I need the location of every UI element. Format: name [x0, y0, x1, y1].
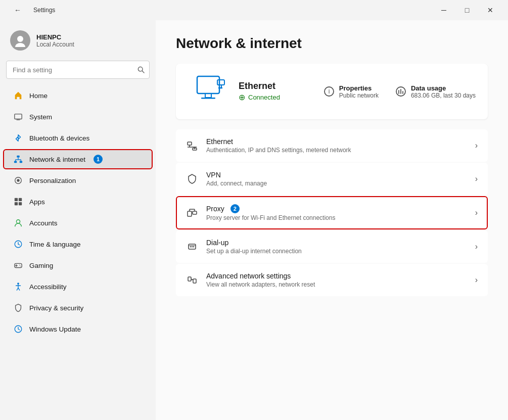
- nav-item-system[interactable]: System: [3, 107, 153, 127]
- nav-label-accessibility: Accessibility: [29, 283, 67, 291]
- svg-rect-53: [193, 211, 197, 214]
- settings-advanced-desc: View all network adapters, network reset: [206, 281, 467, 288]
- svg-rect-17: [15, 202, 18, 205]
- settings-item-dialup[interactable]: Dial-up Set up a dial-up internet connec…: [176, 230, 488, 263]
- properties-item[interactable]: i Properties Public network: [323, 84, 379, 99]
- nav-label-home: Home: [29, 92, 48, 100]
- svg-point-1: [15, 43, 25, 47]
- privacy-icon: [13, 303, 23, 313]
- svg-rect-15: [15, 198, 18, 201]
- settings-vpn-chevron: ›: [475, 174, 478, 183]
- svg-rect-16: [19, 198, 22, 201]
- svg-line-32: [18, 288, 20, 291]
- settings-proxy-chevron: ›: [475, 208, 478, 217]
- network-icon: [13, 154, 23, 164]
- user-name: HIENPC: [36, 33, 74, 41]
- data-usage-sub: 683.06 GB, last 30 days: [411, 92, 476, 99]
- svg-text:i: i: [329, 88, 330, 95]
- svg-rect-49: [188, 211, 192, 216]
- close-button[interactable]: ✕: [479, 2, 502, 18]
- svg-rect-36: [201, 98, 215, 99]
- settings-dialup-chevron: ›: [475, 242, 478, 251]
- svg-line-22: [18, 244, 20, 245]
- nav-item-accounts[interactable]: Accounts: [3, 213, 153, 233]
- settings-item-proxy[interactable]: Proxy 2 Proxy server for Wi-Fi and Ether…: [176, 196, 488, 229]
- nav-label-network: Network & internet: [29, 156, 85, 163]
- nav-label-personalization: Personalization: [29, 177, 76, 184]
- user-info: HIENPC Local Account: [36, 33, 74, 48]
- apps-icon: [13, 197, 23, 207]
- svg-rect-4: [15, 114, 22, 119]
- svg-rect-60: [193, 279, 196, 283]
- back-button[interactable]: ←: [6, 2, 29, 18]
- settings-advanced-title: Advanced network settings: [206, 272, 467, 280]
- ethernet-name: Ethernet: [239, 81, 313, 91]
- settings-ethernet-chevron: ›: [475, 141, 478, 150]
- nav-label-system: System: [29, 113, 52, 121]
- nav-item-accessibility[interactable]: Accessibility: [3, 276, 153, 297]
- properties-icon: i: [323, 85, 335, 98]
- settings-advanced-chevron: ›: [475, 275, 478, 285]
- window-controls: ─ □ ✕: [432, 2, 502, 18]
- title-bar-left: ← Settings: [6, 2, 55, 18]
- proxy-badge: 2: [230, 204, 240, 213]
- svg-point-26: [19, 265, 20, 265]
- settings-dialup-desc: Set up a dial-up internet connection: [206, 248, 467, 255]
- nav-label-apps: Apps: [29, 198, 45, 206]
- nav-item-privacy[interactable]: Privacy & security: [3, 298, 153, 318]
- accessibility-icon: [13, 282, 23, 292]
- personalization-icon: [13, 175, 23, 185]
- svg-rect-5: [16, 119, 20, 120]
- settings-proxy-title: Proxy 2: [206, 204, 467, 213]
- search-input[interactable]: [6, 61, 150, 79]
- minimize-button[interactable]: ─: [432, 2, 455, 18]
- settings-proxy-icon: [186, 207, 198, 219]
- settings-ethernet-icon: [186, 139, 198, 152]
- nav-item-personalization[interactable]: Personalization: [3, 170, 153, 191]
- settings-ethernet-desc: Authentication, IP and DNS settings, met…: [206, 147, 467, 154]
- user-profile[interactable]: HIENPC Local Account: [0, 24, 156, 59]
- title-bar: ← Settings ─ □ ✕: [0, 0, 508, 20]
- home-icon: [13, 90, 23, 101]
- nav-item-time[interactable]: Time & language: [3, 234, 153, 254]
- settings-item-vpn[interactable]: VPN Add, connect, manage ›: [176, 163, 488, 195]
- svg-point-27: [20, 266, 21, 266]
- data-usage-text: Data usage 683.06 GB, last 30 days: [411, 84, 476, 99]
- data-usage-item[interactable]: Data usage 683.06 GB, last 30 days: [395, 84, 476, 99]
- ethernet-meta: i Properties Public network: [323, 84, 476, 99]
- settings-vpn-title: VPN: [206, 171, 467, 179]
- properties-sub: Public network: [339, 92, 379, 99]
- settings-dialup-text: Dial-up Set up a dial-up internet connec…: [206, 239, 467, 255]
- app-body: HIENPC Local Account Home: [0, 20, 508, 420]
- properties-text: Properties Public network: [339, 84, 379, 99]
- accounts-icon: [13, 218, 23, 228]
- sidebar: HIENPC Local Account Home: [0, 20, 156, 420]
- main-content: Network & internet Ethernet: [156, 20, 508, 420]
- svg-rect-7: [14, 161, 17, 163]
- settings-advanced-text: Advanced network settings View all netwo…: [206, 272, 467, 288]
- nav-item-apps[interactable]: Apps: [3, 192, 153, 212]
- nav-item-gaming[interactable]: Gaming: [3, 255, 153, 275]
- nav-item-network[interactable]: Network & internet 1: [3, 149, 153, 169]
- svg-point-14: [17, 179, 19, 181]
- settings-item-advanced[interactable]: Advanced network settings View all netwo…: [176, 264, 488, 296]
- settings-dialup-title: Dial-up: [206, 239, 467, 247]
- maximize-button[interactable]: □: [455, 2, 479, 18]
- svg-line-31: [17, 288, 18, 291]
- nav-label-time: Time & language: [29, 241, 81, 248]
- time-icon: [13, 239, 23, 249]
- settings-vpn-icon: [186, 173, 198, 185]
- nav-item-bluetooth[interactable]: Bluetooth & devices: [3, 128, 153, 148]
- svg-rect-8: [20, 161, 22, 163]
- svg-rect-37: [217, 80, 224, 85]
- nav-label-windows-update: Windows Update: [29, 325, 81, 333]
- app-title: Settings: [33, 7, 55, 14]
- settings-item-ethernet[interactable]: Ethernet Authentication, IP and DNS sett…: [176, 129, 488, 162]
- settings-proxy-desc: Proxy server for Wi-Fi and Ethernet conn…: [206, 214, 467, 221]
- nav-item-home[interactable]: Home: [3, 85, 153, 106]
- nav-item-windows-update[interactable]: Windows Update: [3, 319, 153, 339]
- ethernet-status: ⊕ Connected: [239, 92, 313, 102]
- data-usage-icon: [395, 85, 407, 98]
- settings-vpn-text: VPN Add, connect, manage: [206, 171, 467, 187]
- nav-label-bluetooth: Bluetooth & devices: [29, 134, 89, 142]
